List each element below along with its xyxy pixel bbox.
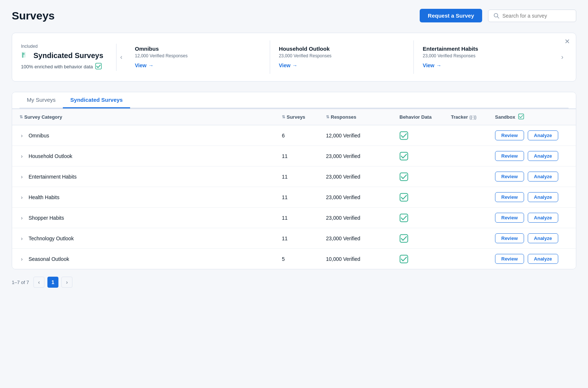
behavior-check-icon-1: [399, 152, 408, 161]
banner-card-responses-1: 23,000 Verified Responses: [279, 53, 405, 58]
request-survey-button[interactable]: Request a Survey: [420, 9, 482, 22]
pagination-page-1[interactable]: 1: [47, 277, 58, 288]
th-responses[interactable]: ⇅ Responses: [326, 114, 399, 121]
review-button-6[interactable]: Review: [495, 254, 524, 264]
banner-prev-button[interactable]: ‹: [116, 53, 126, 61]
row-actions-3: Review Analyze: [495, 192, 569, 202]
row-surveys-0: 6: [282, 133, 326, 139]
expand-row-1[interactable]: ›: [19, 152, 24, 160]
analyze-button-6[interactable]: Analyze: [528, 254, 558, 264]
banner-card-1: Household Outlook 23,000 Verified Respon…: [270, 40, 414, 74]
analyze-button-3[interactable]: Analyze: [528, 192, 558, 202]
banner-card-link-0[interactable]: View →: [135, 62, 154, 68]
th-surveys[interactable]: ⇅ Surveys: [282, 114, 326, 121]
expand-row-3[interactable]: ›: [19, 194, 24, 201]
pagination-prev-button[interactable]: ‹: [33, 277, 44, 288]
analyze-button-1[interactable]: Analyze: [528, 151, 558, 161]
tab-my-surveys[interactable]: My Surveys: [19, 92, 63, 108]
analyze-button-0[interactable]: Analyze: [528, 130, 558, 140]
row-category-name-6: Seasonal Outlook: [29, 256, 69, 262]
row-actions-0: Review Analyze: [495, 130, 569, 140]
row-surveys-3: 11: [282, 194, 326, 200]
pagination-next-button[interactable]: ›: [61, 277, 72, 288]
review-button-4[interactable]: Review: [495, 213, 524, 223]
banner-card-responses-0: 12,000 Verified Responses: [135, 53, 261, 58]
sort-icon-category: ⇅: [19, 115, 23, 119]
row-responses-5: 23,000 Verified: [326, 236, 399, 241]
row-category-cell-5: › Technology Outlook: [19, 235, 282, 242]
banner-subtitle-text: 100% enriched with behavior data: [21, 64, 93, 69]
row-surveys-6: 5: [282, 256, 326, 262]
th-sandbox: Sandbox: [495, 114, 569, 121]
row-category-cell-1: › Household Outlook: [19, 152, 282, 160]
search-input[interactable]: [502, 13, 571, 19]
table-row: › Household Outlook 11 23,000 Verified R…: [12, 146, 576, 166]
sort-icon-surveys: ⇅: [282, 115, 285, 119]
svg-rect-3: [22, 53, 23, 58]
sort-icon-responses: ⇅: [326, 115, 329, 119]
table-row: › Entertainment Habits 11 23,000 Verifie…: [12, 166, 576, 187]
row-behavior-6: [399, 255, 451, 263]
pagination-info: 1–7 of 7: [12, 280, 29, 285]
tabs-row: My Surveys Syndicated Surveys: [19, 92, 569, 108]
behavior-check-icon-3: [399, 193, 408, 202]
table-row: › Health Habits 11 23,000 Verified Revie…: [12, 187, 576, 208]
sandbox-check-icon: [517, 114, 524, 121]
tabs-and-table: My Surveys Syndicated Surveys ⇅ Survey C…: [12, 92, 576, 269]
row-actions-4: Review Analyze: [495, 213, 569, 223]
header-actions: Request a Survey: [420, 9, 576, 22]
expand-row-5[interactable]: ›: [19, 235, 24, 242]
table-header: ⇅ Survey Category ⇅ Surveys ⇅ Responses …: [12, 109, 576, 125]
row-category-name-0: Omnibus: [29, 133, 49, 139]
table-row: › Omnibus 6 12,000 Verified Review Analy…: [12, 125, 576, 146]
banner-close-button[interactable]: ✕: [564, 38, 570, 45]
row-responses-2: 23,000 Verified: [326, 174, 399, 180]
row-behavior-5: [399, 234, 451, 243]
expand-row-0[interactable]: ›: [19, 132, 24, 139]
banner-card-title-0: Omnibus: [135, 46, 261, 52]
tracker-signal-icon: ((·)): [469, 115, 476, 120]
row-category-cell-6: › Seasonal Outlook: [19, 255, 282, 263]
row-actions-6: Review Analyze: [495, 254, 569, 264]
row-surveys-4: 11: [282, 215, 326, 221]
review-button-1[interactable]: Review: [495, 151, 524, 161]
review-button-2[interactable]: Review: [495, 172, 524, 182]
row-behavior-1: [399, 152, 451, 161]
expand-row-6[interactable]: ›: [19, 255, 24, 263]
th-category[interactable]: ⇅ Survey Category: [19, 114, 282, 121]
banner-next-button[interactable]: ›: [557, 53, 567, 61]
row-responses-6: 10,000 Verified: [326, 256, 399, 262]
th-behavior-data: Behavior Data: [399, 114, 451, 121]
row-surveys-2: 11: [282, 174, 326, 180]
table-row: › Shopper Habits 11 23,000 Verified Revi…: [12, 208, 576, 228]
banner-card-2: Entertainment Habits 23,000 Verified Res…: [414, 40, 557, 74]
th-tracker: Tracker ((·)): [451, 114, 495, 121]
row-behavior-4: [399, 213, 451, 222]
table-row: › Technology Outlook 11 23,000 Verified …: [12, 228, 576, 249]
expand-row-2[interactable]: ›: [19, 173, 24, 180]
row-category-name-4: Shopper Habits: [29, 215, 64, 221]
analyze-button-5[interactable]: Analyze: [528, 233, 558, 243]
arrow-right-icon-1: →: [292, 62, 297, 68]
analyze-button-2[interactable]: Analyze: [528, 172, 558, 182]
review-button-5[interactable]: Review: [495, 233, 524, 243]
row-surveys-1: 11: [282, 153, 326, 159]
row-category-cell-3: › Health Habits: [19, 194, 282, 201]
behavior-check-icon-5: [399, 234, 408, 243]
tab-syndicated-surveys[interactable]: Syndicated Surveys: [63, 92, 130, 108]
banner-card-link-1[interactable]: View →: [279, 62, 298, 68]
row-behavior-2: [399, 172, 451, 181]
row-responses-3: 23,000 Verified: [326, 194, 399, 200]
review-button-3[interactable]: Review: [495, 192, 524, 202]
review-button-0[interactable]: Review: [495, 130, 524, 140]
banner-card-link-2[interactable]: View →: [423, 62, 441, 68]
row-actions-2: Review Analyze: [495, 172, 569, 182]
behavior-check-icon-6: [399, 255, 408, 263]
expand-row-4[interactable]: ›: [19, 214, 24, 222]
search-box: [488, 10, 576, 22]
page-header: Surveys Request a Survey: [12, 9, 576, 22]
row-behavior-0: [399, 131, 451, 140]
analyze-button-4[interactable]: Analyze: [528, 213, 558, 223]
table-row: › Seasonal Outlook 5 10,000 Verified Rev…: [12, 249, 576, 269]
arrow-right-icon-2: →: [436, 62, 441, 68]
